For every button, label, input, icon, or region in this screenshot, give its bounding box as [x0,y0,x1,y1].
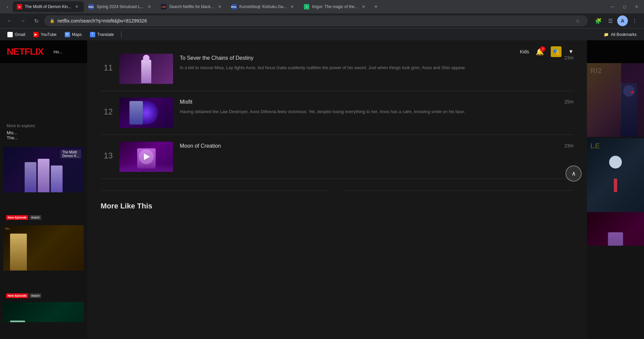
reload-button[interactable]: ↻ [31,15,42,26]
bookmark-translate[interactable]: T Translate [87,31,117,39]
all-bookmarks-button[interactable]: 📁 All Bookmarks [600,31,640,38]
episode-thumb-11[interactable] [119,54,173,84]
episode-number-12: 12 [101,98,113,116]
kids-nav-item[interactable]: Kids [520,49,529,54]
bookmark-gmail[interactable]: G Gmail [4,31,29,39]
left-card-3[interactable] [3,302,84,322]
watch-badge-2: Watch [30,293,41,298]
episode-title-11: To Sever the Chains of Destiny [180,55,254,61]
minimize-button[interactable]: — [608,2,617,11]
tab-favicon-netflix: N [17,4,22,9]
scroll-to-top-button[interactable]: ∧ [566,165,582,182]
tab-mal-kuroshitsuji[interactable]: MAL Kuroshitsuji: Kishuku Ga... ✕ [227,1,300,12]
play-triangle-13 [144,153,150,160]
explore-title-2: The... [7,135,80,140]
scroll-line-left [101,190,329,191]
left-card-1-labels: New Episode Watch [6,215,41,220]
right-card-2[interactable]: LE [587,138,644,212]
more-to-explore-label: More to explore: [7,124,80,128]
left-card-1[interactable]: The MisfitDemon K... New Episode Watch [3,147,84,223]
more-options-button[interactable]: ⋮ [629,15,640,26]
bookmark-maps[interactable]: M Maps [61,31,85,39]
tab-title-imgur: Imgur: The magic of the... [312,4,358,9]
profile-button[interactable]: A [617,15,628,26]
netflix-page: NETFLIX Ho... More to explore: Mis... Th… [0,40,644,339]
window-controls: — ◻ ✕ [608,2,641,11]
explore-title-1: Mis... [7,130,80,135]
netflix-nav-home[interactable]: Ho... [54,49,63,54]
maximize-button[interactable]: ◻ [620,2,629,11]
episode-title-row-12: Misfit 25m [180,99,574,105]
netflix-logo-left: NETFLIX [7,46,44,57]
left-card-2[interactable]: Mo... New Episode Watch [3,225,84,301]
tab-close-simulcast[interactable]: ✕ [146,4,152,10]
play-overlay-13[interactable] [139,149,154,164]
episode-number-13: 13 [101,142,113,160]
tab-un-netflix[interactable]: UN Search Netflix for black... ✕ [157,1,226,12]
tab-close-misfit[interactable]: ✕ [74,4,80,10]
tab-close-kuroshitsuji[interactable]: ✕ [289,4,295,10]
scroll-to-top-row: ∧ [101,182,574,198]
episode-item-11: 11 To Sever the Chains of Destiny 23m [101,47,574,91]
more-like-this-title: More Like This [101,202,574,210]
mo-label: Mo... [5,227,12,230]
bell-count-badge: 7 [540,46,545,52]
tab-favicon-mal2: MAL [231,4,237,9]
tab-favicon-un: UN [161,4,166,9]
episode-thumb-13[interactable] [119,142,173,172]
left-cards: The MisfitDemon K... New Episode Watch M… [0,147,87,322]
browser-toolbar-right: 🧩 ☰ A ⋮ [593,15,640,26]
episode-thumb-12[interactable] [119,98,173,128]
episode-duration-12: 25m [565,99,574,104]
bookmarks-button[interactable]: ☰ [605,15,616,26]
close-window-button[interactable]: ✕ [632,2,641,11]
address-actions: ☆ [573,16,582,26]
tab-mal-simulcast[interactable]: MAL Spring 2024 Simulcast L... ✕ [85,1,156,12]
bookmark-youtube[interactable]: ▶ YouTube [30,31,60,39]
watch-badge-1: Watch [30,215,41,220]
main-content: Kids 🔔 7 🎭 ▼ 11 [87,40,587,339]
episode-desc-11: In a bid to rescue Misa, Lay fights Avos… [180,64,574,71]
new-tab-button[interactable]: + [371,2,381,11]
right-card-3[interactable] [587,212,644,246]
episode-list: 11 To Sever the Chains of Destiny 23m [87,40,587,339]
lock-icon: 🔒 [50,18,55,23]
episode-item-13: 13 Moon of Creation 23m [101,135,574,179]
bookmark-gmail-label: Gmail [15,32,25,37]
tab-misfit[interactable]: N The Misfit of Demon Kin... ✕ [13,1,84,12]
tab-close-imgur[interactable]: ✕ [361,4,367,10]
bookmark-star-button[interactable]: ☆ [573,16,582,26]
netflix-header-right: Kids 🔔 7 🎭 ▼ [506,40,587,63]
forward-button[interactable]: → [17,15,28,26]
address-bar[interactable]: 🔒 netflix.com/search?q=misfit&jbv=812993… [44,15,588,26]
episode-title-12: Misfit [180,99,192,105]
episode-info-13: Moon of Creation 23m [180,142,574,152]
profile-icon: 🎭 [552,48,560,55]
right-card-1[interactable]: Rl2 [587,63,644,137]
episode-info-12: Misfit 25m Having obtained the Law Destr… [180,98,574,115]
bookmark-translate-label: Translate [97,32,114,37]
gmail-favicon: G [7,32,13,37]
new-episode-badge-2: New Episode [6,293,28,298]
tab-favicon-mal1: MAL [89,4,94,9]
translate-favicon: T [90,32,95,37]
all-bookmarks-icon: 📁 [604,32,609,37]
profile-avatar[interactable]: 🎭 [551,46,561,57]
left-panel: NETFLIX Ho... More to explore: Mis... Th… [0,40,87,339]
youtube-favicon: ▶ [33,32,39,37]
tab-favicon-imgur: I [304,4,309,9]
tab-title-simulcast: Spring 2024 Simulcast L... [97,4,144,9]
right-card-2-overlay-text: LE [590,142,600,150]
back-button[interactable]: ← [4,15,15,26]
more-to-explore-section: More to explore: Mis... The... [0,117,87,144]
notification-bell[interactable]: 🔔 7 [536,48,544,56]
episode-title-13: Moon of Creation [180,143,221,149]
tab-imgur[interactable]: I Imgur: The magic of the... ✕ [300,1,371,12]
bookmark-maps-label: Maps [72,32,82,37]
profile-dropdown-arrow[interactable]: ▼ [568,49,574,55]
episode-duration-13: 23m [565,143,574,148]
netflix-right-nav: Kids 🔔 7 🎭 ▼ [520,46,574,57]
tab-history-back-btn[interactable]: ‹ [3,2,12,11]
tab-close-netflix-search[interactable]: ✕ [217,4,223,10]
extensions-button[interactable]: 🧩 [593,15,604,26]
